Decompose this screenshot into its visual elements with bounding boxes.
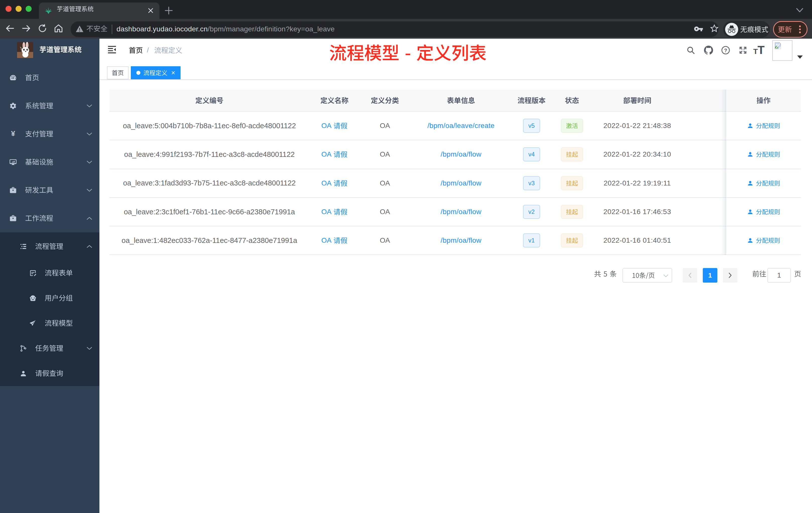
svg-text:T: T bbox=[757, 45, 764, 55]
svg-text:¥: ¥ bbox=[11, 130, 15, 138]
svg-text:T: T bbox=[753, 47, 758, 55]
svg-text:?: ? bbox=[724, 48, 727, 53]
